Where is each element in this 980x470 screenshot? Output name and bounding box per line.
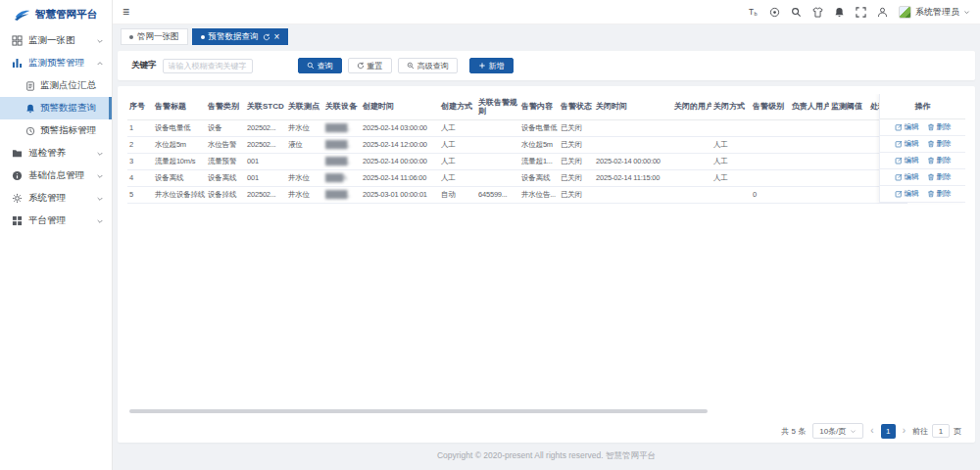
avatar: [899, 6, 911, 19]
chevron-down-icon: [96, 172, 104, 180]
search-icon[interactable]: [791, 7, 802, 18]
delete-button[interactable]: 删除: [927, 156, 952, 165]
scrollbar-thumb[interactable]: [129, 409, 708, 413]
svg-text:T: T: [749, 8, 754, 17]
tab-label: 管网一张图: [137, 31, 179, 43]
topbar: ≡ Tb 系统管理员: [113, 0, 980, 24]
sidebar-subitem-2-3[interactable]: 预警指标管理: [0, 119, 112, 142]
sidebar-item-label: 基础信息管理: [28, 169, 96, 182]
cell: 2025-02-14 00:00:00: [361, 153, 439, 169]
operations-row-2: 编辑删除: [880, 136, 965, 153]
logo-swoosh-icon: [14, 9, 31, 22]
target-icon[interactable]: [769, 7, 780, 18]
edit-button[interactable]: 编辑: [895, 189, 919, 199]
edit-icon: [895, 123, 903, 131]
bell-icon[interactable]: [834, 7, 845, 18]
cell: 人工: [439, 153, 476, 169]
svg-text:b: b: [755, 11, 758, 17]
chevron-down-icon: [96, 150, 104, 158]
cell: 人工: [711, 153, 751, 169]
cell: 井水位: [286, 186, 323, 203]
delete-button[interactable]: 删除: [927, 172, 952, 182]
sidebar-item-3[interactable]: 巡检管养: [0, 142, 112, 164]
trash-icon: [927, 140, 935, 148]
theme-icon[interactable]: [812, 7, 823, 18]
cell: [672, 136, 711, 153]
add-button[interactable]: 新增: [469, 58, 514, 73]
search-button[interactable]: 查询: [298, 58, 342, 73]
table-row-1: 1设备电量低设备202502...井水位█████...2025-02-14 0…: [127, 119, 907, 136]
column-header: 关联测点: [286, 94, 323, 119]
pagination: 共 5 条 10条/页 ‹ 1 › 前往 页: [127, 419, 965, 443]
column-header: 告警标题: [153, 94, 206, 119]
cell: 设备电量低: [519, 119, 559, 136]
cell: 2025-02-14 03:00:00: [361, 119, 439, 136]
total-count: 共 5 条: [781, 426, 806, 437]
sidebar-item-2[interactable]: 监测预警管理: [0, 52, 112, 74]
tab-refresh-icon[interactable]: [263, 33, 270, 41]
edit-button[interactable]: 编辑: [895, 122, 919, 132]
column-header: 负责人用户: [790, 94, 829, 119]
fullscreen-icon[interactable]: [856, 7, 866, 18]
username: 系统管理员: [915, 6, 959, 19]
column-header: 关闭方式: [711, 94, 751, 119]
cell: [790, 119, 829, 136]
cell: [672, 186, 711, 203]
page-size-select[interactable]: 10条/页: [812, 423, 863, 439]
plus-icon: [478, 62, 486, 70]
cell: [829, 119, 868, 136]
app-layout: 智慧管网平台 监测一张图监测预警管理监测点位汇总预警数据查询预警指标管理巡检管养…: [0, 0, 980, 470]
advanced-search-button[interactable]: 高级查询: [398, 58, 458, 73]
doc-icon: [25, 81, 35, 91]
page-number-1[interactable]: 1: [881, 424, 896, 439]
edit-button[interactable]: 编辑: [895, 156, 919, 165]
chevron-down-icon: [96, 37, 104, 45]
delete-button[interactable]: 删除: [927, 139, 952, 149]
edit-button[interactable]: 编辑: [895, 172, 919, 182]
cell: 流量预警: [206, 153, 245, 169]
edit-button[interactable]: 编辑: [895, 139, 919, 149]
cell: [751, 153, 790, 169]
cell: 井水位: [286, 169, 323, 186]
sidebar-item-5[interactable]: 系统管理: [0, 187, 112, 210]
menu-collapse-icon[interactable]: ≡: [122, 6, 129, 18]
table-card: 序号告警标题告警类别关联STCD关联测点关联设备创建时间创建方式关联告警规则告警…: [118, 86, 975, 443]
cell: 2025-03-01 00:00:01: [361, 186, 439, 203]
sidebar-item-6[interactable]: 平台管理: [0, 210, 112, 232]
cell: [476, 169, 519, 186]
cell: 流量超10m/s: [153, 153, 206, 169]
cell: 202502...: [245, 186, 286, 203]
content: 关键字 查询 重置 高级查询: [113, 49, 980, 470]
cell: [594, 136, 672, 153]
cell: 001: [245, 169, 286, 186]
goto-page: 前往 页: [912, 424, 961, 438]
reset-button[interactable]: 重置: [348, 58, 392, 73]
table-row-5: 5井水位设备掉线设备掉线202502...井水位█████...2025-03-…: [127, 186, 907, 203]
cell: [751, 136, 790, 153]
search-icon: [307, 62, 315, 70]
user-menu[interactable]: 系统管理员: [899, 6, 970, 19]
sidebar-subitem-label: 预警指标管理: [40, 124, 96, 137]
operations-row-5: 编辑删除: [880, 186, 965, 203]
tab-dot-icon: [129, 35, 133, 39]
next-page-button[interactable]: ›: [903, 426, 906, 436]
column-header: 创建时间: [361, 94, 439, 119]
sidebar-subitem-2-2[interactable]: 预警数据查询: [0, 97, 112, 119]
tab-close-icon[interactable]: ×: [274, 32, 280, 42]
column-header: 关闭时间: [594, 94, 672, 119]
prev-page-button[interactable]: ‹: [870, 426, 873, 436]
tab-1[interactable]: 管网一张图: [121, 28, 188, 45]
sidebar-item-1[interactable]: 监测一张图: [0, 29, 112, 52]
cell: [790, 153, 829, 169]
delete-button[interactable]: 删除: [927, 189, 952, 199]
goto-page-input[interactable]: [932, 424, 950, 438]
cell: █████...: [323, 136, 361, 153]
text-size-icon[interactable]: Tb: [748, 7, 759, 18]
delete-button[interactable]: 删除: [927, 122, 952, 132]
keyword-input[interactable]: [163, 59, 253, 73]
sidebar-item-4[interactable]: 基础信息管理: [0, 164, 112, 187]
tab-2[interactable]: 预警数据查询×: [192, 28, 289, 45]
chevron-down-icon: [96, 195, 104, 203]
sidebar-subitem-2-1[interactable]: 监测点位汇总: [0, 74, 112, 97]
user-icon[interactable]: [877, 7, 888, 18]
